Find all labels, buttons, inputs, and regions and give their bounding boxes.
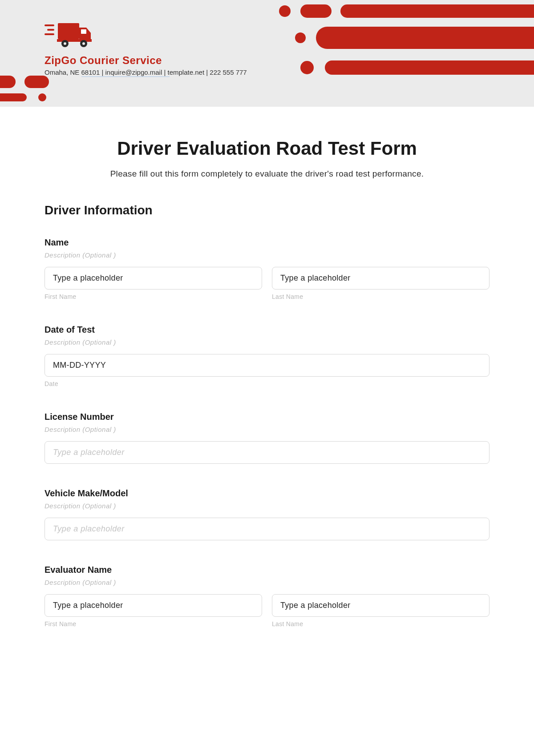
section-driver-info: Driver Information — [44, 203, 490, 217]
last-name-input[interactable] — [272, 267, 490, 290]
truck-icon — [44, 22, 93, 49]
field-vehicle: Vehicle Make/Model Description (Optional… — [44, 488, 490, 540]
license-input[interactable] — [44, 441, 490, 464]
decoration-bottom — [0, 76, 71, 102]
svg-rect-2 — [340, 4, 534, 18]
first-name-sublabel: First Name — [44, 293, 262, 300]
svg-rect-13 — [44, 33, 54, 35]
svg-rect-12 — [47, 29, 54, 31]
vehicle-input[interactable] — [44, 518, 490, 540]
svg-rect-1 — [300, 4, 332, 18]
company-address: Omaha, NE 68101 | inquire@zipgo.mail | t… — [44, 68, 490, 76]
field-label: Evaluator Name — [44, 565, 490, 575]
svg-rect-7 — [0, 76, 16, 88]
field-evaluator: Evaluator Name Description (Optional ) F… — [44, 565, 490, 627]
date-sublabel: Date — [44, 380, 490, 387]
header-banner: ZipGo Courier Service Omaha, NE 68101 | … — [0, 0, 534, 107]
field-label: Vehicle Make/Model — [44, 488, 490, 499]
field-date: Date of Test Description (Optional ) Dat… — [44, 325, 490, 387]
evaluator-last-sublabel: Last Name — [272, 620, 490, 627]
field-desc: Description (Optional ) — [44, 338, 490, 346]
svg-rect-11 — [44, 24, 54, 26]
field-label: Name — [44, 237, 490, 248]
logo-block: ZipGo Courier Service Omaha, NE 68101 | … — [44, 22, 490, 76]
field-desc: Description (Optional ) — [44, 579, 490, 586]
evaluator-last-input[interactable] — [272, 594, 490, 617]
date-input[interactable] — [44, 354, 490, 377]
first-name-input[interactable] — [44, 267, 262, 290]
svg-rect-16 — [81, 29, 86, 34]
company-name: ZipGo Courier Service — [44, 54, 490, 67]
field-desc: Description (Optional ) — [44, 251, 490, 259]
form-subtitle: Please fill out this form completely to … — [44, 169, 490, 179]
field-desc: Description (Optional ) — [44, 502, 490, 510]
field-desc: Description (Optional ) — [44, 426, 490, 433]
form-title: Driver Evaluation Road Test Form — [44, 138, 490, 159]
svg-point-0 — [279, 5, 291, 17]
field-label: License Number — [44, 412, 490, 422]
field-label: Date of Test — [44, 325, 490, 335]
form-content: Driver Evaluation Road Test Form Please … — [0, 107, 534, 650]
evaluator-first-sublabel: First Name — [44, 620, 262, 627]
svg-rect-9 — [0, 93, 27, 101]
svg-point-19 — [64, 42, 66, 45]
svg-rect-8 — [24, 76, 49, 88]
svg-point-20 — [82, 42, 85, 45]
evaluator-first-input[interactable] — [44, 594, 262, 617]
svg-rect-14 — [58, 23, 79, 39]
field-license: License Number Description (Optional ) — [44, 412, 490, 464]
svg-point-10 — [38, 93, 46, 101]
field-name: Name Description (Optional ) First Name … — [44, 237, 490, 300]
last-name-sublabel: Last Name — [272, 293, 490, 300]
